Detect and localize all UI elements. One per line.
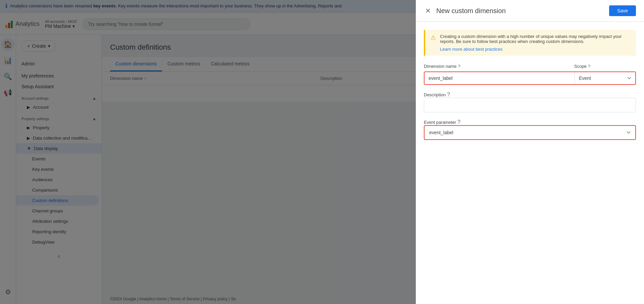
dimension-name-label: Dimension name ? — [424, 64, 574, 69]
dimension-scope-group: Dimension name ? Scope ? Event — [424, 64, 636, 85]
scope-label-wrap: Scope ? — [574, 64, 636, 71]
labels-row: Dimension name ? Scope ? — [424, 64, 636, 71]
modal-header-left: ✕ New custom dimension — [424, 5, 506, 16]
new-custom-dimension-modal: ✕ New custom dimension Save ⚠ Creating a… — [416, 0, 644, 304]
event-parameter-select[interactable]: event_label — [425, 126, 635, 139]
event-parameter-help-icon[interactable]: ? — [457, 119, 460, 125]
dimension-name-label-wrap: Dimension name ? — [424, 64, 574, 71]
event-parameter-group: Event parameter ? event_label — [424, 119, 636, 140]
modal-header: ✕ New custom dimension Save — [416, 0, 644, 22]
description-group: Description ? — [424, 92, 636, 112]
modal-overlay: ✕ New custom dimension Save ⚠ Creating a… — [0, 0, 644, 304]
scope-select[interactable]: Event User Item Session — [575, 72, 635, 84]
dimension-name-help-icon[interactable]: ? — [458, 64, 460, 69]
modal-body: ⚠ Creating a custom dimension with a hig… — [416, 22, 644, 304]
description-input[interactable] — [424, 98, 636, 112]
modal-title: New custom dimension — [436, 7, 506, 15]
warning-box: ⚠ Creating a custom dimension with a hig… — [424, 30, 636, 56]
scope-label: Scope ? — [574, 64, 636, 69]
modal-save-button[interactable]: Save — [609, 5, 636, 16]
warning-icon: ⚠ — [431, 34, 436, 52]
description-help-icon[interactable]: ? — [447, 92, 450, 98]
learn-more-link[interactable]: Learn more about best practices — [440, 47, 631, 52]
scope-help-icon[interactable]: ? — [588, 64, 590, 69]
modal-close-button[interactable]: ✕ — [424, 5, 432, 16]
event-parameter-label: Event parameter ? — [424, 119, 636, 125]
dimension-name-input[interactable] — [425, 72, 575, 84]
event-parameter-wrapper: event_label — [424, 125, 636, 140]
description-label: Description ? — [424, 92, 636, 98]
warning-content: Creating a custom dimension with a high … — [440, 34, 631, 52]
dimension-scope-row: Event User Item Session — [424, 71, 636, 85]
